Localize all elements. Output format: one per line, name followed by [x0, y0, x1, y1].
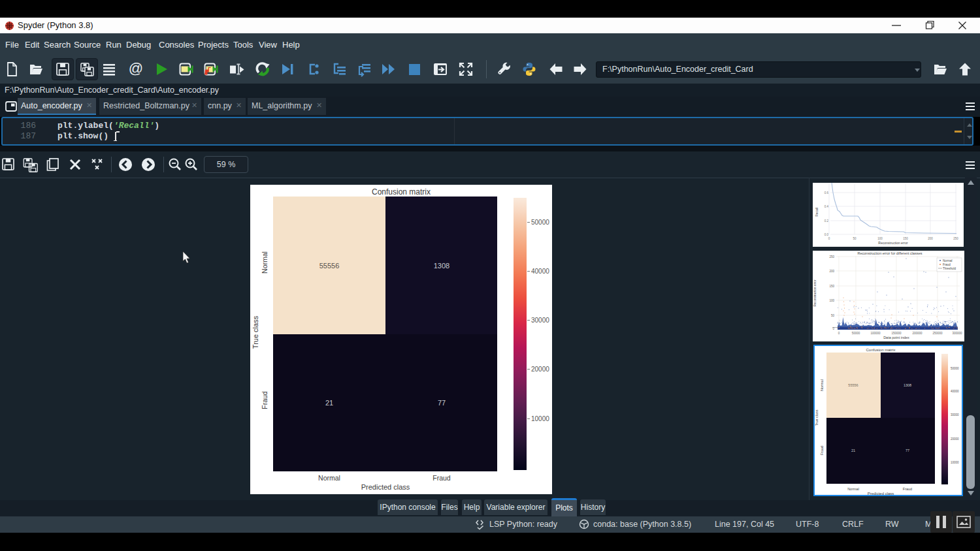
svg-text:100000: 100000 — [870, 332, 881, 335]
svg-text:200: 200 — [829, 270, 834, 273]
svg-text:@: @ — [129, 61, 143, 76]
svg-text:50: 50 — [831, 314, 835, 317]
svg-text:Recall: Recall — [815, 208, 819, 217]
svg-text:200: 200 — [928, 237, 933, 240]
svg-text:20000: 20000 — [951, 437, 959, 441]
svg-text:Reconstruction error: Reconstruction error — [813, 279, 817, 306]
svg-text:Normal: Normal — [820, 379, 824, 391]
svg-text:0: 0 — [828, 237, 830, 240]
svg-text:30000: 30000 — [951, 413, 959, 417]
svg-text:0.4: 0.4 — [825, 205, 829, 208]
svg-text:0.2: 0.2 — [825, 219, 829, 223]
svg-text:Normal: Normal — [943, 259, 953, 262]
svg-text:Predicted class: Predicted class — [868, 492, 894, 495]
svg-text:250: 250 — [829, 255, 834, 259]
svg-text:250000: 250000 — [932, 332, 943, 335]
svg-text:Data point index: Data point index — [883, 336, 909, 339]
svg-text:150: 150 — [903, 237, 908, 240]
svg-text:50: 50 — [853, 237, 857, 240]
svg-text:200000: 200000 — [912, 332, 923, 335]
svg-text:Threshold: Threshold — [943, 267, 956, 270]
svg-text:55556: 55556 — [848, 383, 858, 387]
svg-text:250: 250 — [953, 237, 958, 240]
svg-text:Fraud: Fraud — [903, 487, 912, 491]
svg-text:300000: 300000 — [952, 332, 962, 335]
svg-text:21: 21 — [851, 449, 855, 452]
svg-text:Reconstruction error: Reconstruction error — [878, 241, 908, 245]
svg-text:10000: 10000 — [951, 461, 959, 464]
svg-text:50000: 50000 — [852, 332, 860, 335]
svg-text:1308: 1308 — [904, 383, 911, 387]
svg-text:0: 0 — [838, 332, 840, 335]
svg-text:40000: 40000 — [951, 390, 959, 393]
svg-text:True class: True class — [815, 409, 819, 426]
svg-text:Fraud: Fraud — [943, 263, 951, 266]
svg-text:50000: 50000 — [951, 367, 959, 370]
svg-text:0.0: 0.0 — [825, 233, 829, 236]
svg-text:Reconstruction error for diffe: Reconstruction error for different class… — [858, 251, 923, 255]
svg-text:Fraud: Fraud — [820, 446, 824, 455]
svg-text:100: 100 — [877, 237, 883, 240]
svg-text:150: 150 — [829, 285, 834, 288]
svg-text:Confusion matrix: Confusion matrix — [866, 348, 895, 352]
svg-text:77: 77 — [906, 449, 909, 452]
svg-text:100: 100 — [829, 299, 834, 302]
svg-text:150000: 150000 — [891, 332, 902, 335]
svg-text:0.6: 0.6 — [825, 191, 829, 195]
svg-text:Normal: Normal — [847, 487, 859, 491]
